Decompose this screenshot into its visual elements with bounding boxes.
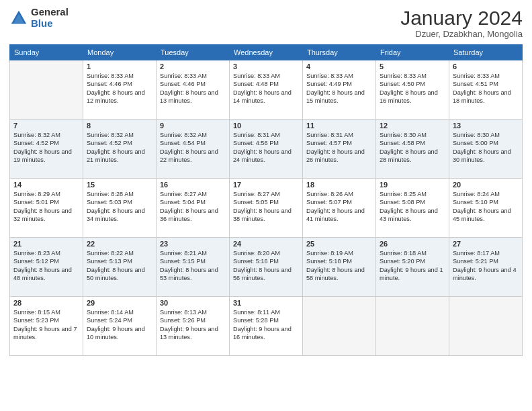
day-number: 15: [87, 181, 152, 189]
day-number: 20: [453, 181, 519, 189]
day-info: Sunrise: 8:11 AMSunset: 5:28 PMDaylight:…: [233, 308, 299, 342]
day-info: Sunrise: 8:20 AMSunset: 5:16 PMDaylight:…: [233, 249, 299, 283]
day-number: 31: [233, 299, 299, 307]
table-row: 10Sunrise: 8:31 AMSunset: 4:56 PMDayligh…: [230, 120, 303, 179]
day-info: Sunrise: 8:23 AMSunset: 5:12 PMDaylight:…: [13, 249, 79, 283]
day-number: 3: [233, 62, 299, 71]
day-info: Sunrise: 8:33 AMSunset: 4:49 PMDaylight:…: [306, 72, 372, 105]
day-info: Sunrise: 8:27 AMSunset: 5:04 PMDaylight:…: [160, 190, 226, 224]
day-number: 7: [13, 122, 79, 130]
table-row: 17Sunrise: 8:27 AMSunset: 5:05 PMDayligh…: [230, 179, 303, 238]
day-number: 24: [233, 240, 299, 248]
day-number: 14: [13, 181, 79, 189]
calendar-week-row: 14Sunrise: 8:29 AMSunset: 5:01 PMDayligh…: [10, 179, 523, 238]
day-number: 13: [453, 122, 519, 130]
day-info: Sunrise: 8:14 AMSunset: 5:24 PMDaylight:…: [87, 308, 152, 342]
day-number: 29: [87, 299, 152, 307]
col-thursday: Thursday: [303, 45, 376, 60]
day-info: Sunrise: 8:31 AMSunset: 4:56 PMDaylight:…: [233, 131, 299, 165]
day-number: 25: [306, 240, 372, 248]
day-info: Sunrise: 8:32 AMSunset: 4:52 PMDaylight:…: [13, 131, 79, 165]
table-row: 11Sunrise: 8:31 AMSunset: 4:57 PMDayligh…: [303, 120, 376, 179]
logo-icon: [9, 9, 28, 28]
table-row: 9Sunrise: 8:32 AMSunset: 4:54 PMDaylight…: [157, 120, 230, 179]
calendar-header-row: Sunday Monday Tuesday Wednesday Thursday…: [10, 45, 523, 60]
day-info: Sunrise: 8:24 AMSunset: 5:10 PMDaylight:…: [453, 190, 519, 224]
title-block: January 2024 Dzuer, Dzabkhan, Mongolia: [400, 7, 523, 39]
table-row: [376, 297, 449, 356]
day-number: 27: [453, 240, 519, 248]
day-number: 2: [160, 62, 226, 71]
location-subtitle: Dzuer, Dzabkhan, Mongolia: [400, 29, 523, 39]
month-title: January 2024: [400, 7, 523, 29]
calendar-week-row: 28Sunrise: 8:15 AMSunset: 5:23 PMDayligh…: [10, 297, 523, 356]
table-row: 28Sunrise: 8:15 AMSunset: 5:23 PMDayligh…: [10, 297, 83, 356]
logo-general-text: General: [31, 7, 69, 18]
col-saturday: Saturday: [449, 45, 523, 60]
col-monday: Monday: [83, 45, 157, 60]
day-info: Sunrise: 8:21 AMSunset: 5:15 PMDaylight:…: [160, 249, 226, 283]
table-row: 8Sunrise: 8:32 AMSunset: 4:52 PMDaylight…: [83, 120, 157, 179]
day-number: 4: [306, 62, 372, 71]
day-info: Sunrise: 8:33 AMSunset: 4:50 PMDaylight:…: [380, 72, 445, 105]
table-row: [303, 297, 376, 356]
col-sunday: Sunday: [10, 45, 83, 60]
logo-blue-text: Blue: [31, 18, 69, 30]
col-tuesday: Tuesday: [157, 45, 230, 60]
day-number: 10: [233, 122, 299, 130]
day-info: Sunrise: 8:19 AMSunset: 5:18 PMDaylight:…: [306, 249, 372, 283]
day-info: Sunrise: 8:31 AMSunset: 4:57 PMDaylight:…: [306, 131, 372, 165]
table-row: 29Sunrise: 8:14 AMSunset: 5:24 PMDayligh…: [83, 297, 157, 356]
day-info: Sunrise: 8:32 AMSunset: 4:52 PMDaylight:…: [87, 131, 152, 165]
table-row: 12Sunrise: 8:30 AMSunset: 4:58 PMDayligh…: [376, 120, 449, 179]
day-info: Sunrise: 8:30 AMSunset: 5:00 PMDaylight:…: [453, 131, 519, 165]
table-row: 26Sunrise: 8:18 AMSunset: 5:20 PMDayligh…: [376, 238, 449, 297]
day-number: 21: [13, 240, 79, 248]
day-info: Sunrise: 8:27 AMSunset: 5:05 PMDaylight:…: [233, 190, 299, 224]
table-row: 7Sunrise: 8:32 AMSunset: 4:52 PMDaylight…: [10, 120, 83, 179]
table-row: 25Sunrise: 8:19 AMSunset: 5:18 PMDayligh…: [303, 238, 376, 297]
calendar-week-row: 1Sunrise: 8:33 AMSunset: 4:46 PMDaylight…: [10, 60, 523, 120]
day-number: 8: [87, 122, 152, 130]
calendar-week-row: 7Sunrise: 8:32 AMSunset: 4:52 PMDaylight…: [10, 120, 523, 179]
table-row: 6Sunrise: 8:33 AMSunset: 4:51 PMDaylight…: [449, 60, 523, 120]
day-number: 16: [160, 181, 226, 189]
logo: General Blue: [9, 7, 69, 29]
table-row: 13Sunrise: 8:30 AMSunset: 5:00 PMDayligh…: [449, 120, 523, 179]
day-info: Sunrise: 8:33 AMSunset: 4:46 PMDaylight:…: [87, 72, 152, 105]
table-row: 30Sunrise: 8:13 AMSunset: 5:26 PMDayligh…: [157, 297, 230, 356]
day-number: 18: [306, 181, 372, 189]
day-number: 1: [87, 62, 152, 71]
day-info: Sunrise: 8:17 AMSunset: 5:21 PMDaylight:…: [453, 249, 519, 283]
day-number: 26: [380, 240, 445, 248]
table-row: 24Sunrise: 8:20 AMSunset: 5:16 PMDayligh…: [230, 238, 303, 297]
table-row: 21Sunrise: 8:23 AMSunset: 5:12 PMDayligh…: [10, 238, 83, 297]
table-row: [449, 297, 523, 356]
day-number: 12: [380, 122, 445, 130]
day-info: Sunrise: 8:25 AMSunset: 5:08 PMDaylight:…: [380, 190, 445, 224]
day-number: 17: [233, 181, 299, 189]
col-wednesday: Wednesday: [230, 45, 303, 60]
table-row: 27Sunrise: 8:17 AMSunset: 5:21 PMDayligh…: [449, 238, 523, 297]
day-number: 9: [160, 122, 226, 130]
col-friday: Friday: [376, 45, 449, 60]
day-number: 23: [160, 240, 226, 248]
table-row: 31Sunrise: 8:11 AMSunset: 5:28 PMDayligh…: [230, 297, 303, 356]
day-number: 22: [87, 240, 152, 248]
table-row: 18Sunrise: 8:26 AMSunset: 5:07 PMDayligh…: [303, 179, 376, 238]
table-row: 3Sunrise: 8:33 AMSunset: 4:48 PMDaylight…: [230, 60, 303, 120]
day-info: Sunrise: 8:33 AMSunset: 4:48 PMDaylight:…: [233, 72, 299, 105]
day-number: 11: [306, 122, 372, 130]
day-info: Sunrise: 8:26 AMSunset: 5:07 PMDaylight:…: [306, 190, 372, 224]
calendar-week-row: 21Sunrise: 8:23 AMSunset: 5:12 PMDayligh…: [10, 238, 523, 297]
day-info: Sunrise: 8:18 AMSunset: 5:20 PMDaylight:…: [380, 249, 445, 283]
table-row: 4Sunrise: 8:33 AMSunset: 4:49 PMDaylight…: [303, 60, 376, 120]
day-number: 30: [160, 299, 226, 307]
table-row: 22Sunrise: 8:22 AMSunset: 5:13 PMDayligh…: [83, 238, 157, 297]
day-info: Sunrise: 8:33 AMSunset: 4:51 PMDaylight:…: [453, 72, 519, 105]
table-row: 2Sunrise: 8:33 AMSunset: 4:46 PMDaylight…: [157, 60, 230, 120]
day-info: Sunrise: 8:30 AMSunset: 4:58 PMDaylight:…: [380, 131, 445, 165]
table-row: [10, 60, 83, 120]
table-row: 19Sunrise: 8:25 AMSunset: 5:08 PMDayligh…: [376, 179, 449, 238]
day-info: Sunrise: 8:32 AMSunset: 4:54 PMDaylight:…: [160, 131, 226, 165]
